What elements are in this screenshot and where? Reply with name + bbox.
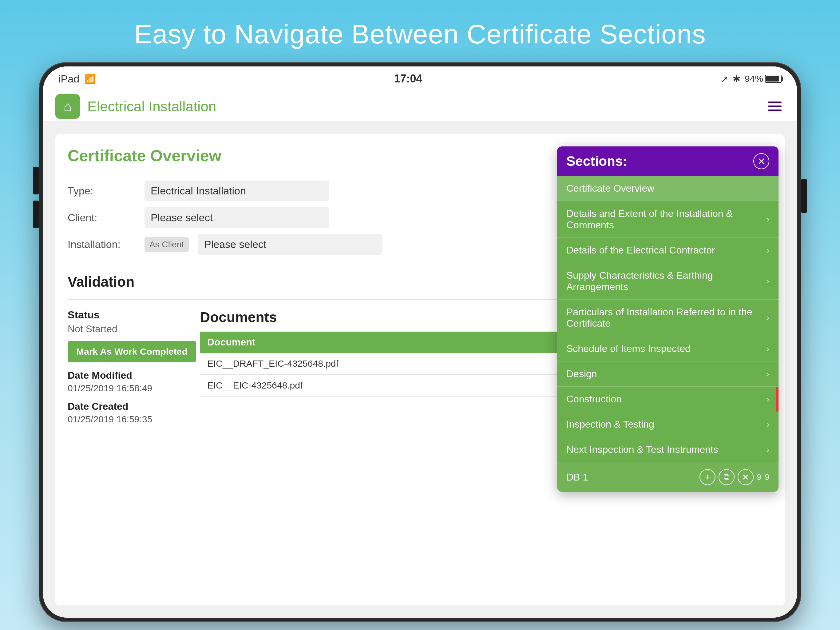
battery-container: 94% bbox=[745, 73, 782, 84]
sections-item-label: Particulars of Installation Referred to … bbox=[566, 306, 766, 329]
sections-item[interactable]: Next Inspection & Test Instruments› bbox=[557, 437, 778, 462]
sections-item-label: Details of the Electrical Contractor bbox=[566, 245, 715, 256]
power-button[interactable] bbox=[801, 179, 807, 213]
sections-panel: Sections: ✕ Certificate OverviewDetails … bbox=[557, 146, 778, 492]
date-modified-value: 01/25/2019 16:58:49 bbox=[68, 383, 185, 393]
home-button[interactable]: ⌂ bbox=[55, 94, 80, 119]
sections-item[interactable]: Design› bbox=[557, 361, 778, 387]
sections-item-label: Supply Characteristics & Earthing Arrang… bbox=[566, 270, 766, 293]
chevron-right-icon: › bbox=[766, 245, 769, 255]
db1-row[interactable]: DB 1 + ⧉ ✕ 9 9 bbox=[557, 462, 778, 492]
installation-value[interactable]: Please select bbox=[198, 234, 382, 255]
db1-label: DB 1 bbox=[566, 472, 588, 483]
chevron-right-icon: › bbox=[766, 344, 769, 354]
sections-list: Certificate OverviewDetails and Extent o… bbox=[557, 176, 778, 462]
sections-item[interactable]: Details of the Electrical Contractor› bbox=[557, 238, 778, 263]
chevron-right-icon: › bbox=[766, 394, 769, 404]
chevron-right-icon: › bbox=[766, 419, 769, 429]
sections-item[interactable]: Particulars of Installation Referred to … bbox=[557, 300, 778, 336]
sections-item[interactable]: Inspection & Testing› bbox=[557, 412, 778, 437]
date-created-label: Date Created bbox=[68, 401, 185, 412]
status-value: Not Started bbox=[68, 323, 185, 335]
status-time: 17:04 bbox=[394, 72, 422, 85]
hamburger-menu-button[interactable] bbox=[765, 98, 785, 114]
sections-item-label: Certificate Overview bbox=[566, 183, 654, 194]
sections-item-label: Construction bbox=[566, 393, 622, 405]
hamburger-line-3 bbox=[768, 109, 782, 111]
sections-item-label: Next Inspection & Test Instruments bbox=[566, 444, 718, 455]
sections-item[interactable]: Construction› bbox=[557, 387, 778, 412]
date-modified-label: Date Modified bbox=[68, 370, 185, 381]
as-client-badge: As Client bbox=[145, 237, 189, 252]
status-left: iPad 📶 bbox=[58, 73, 96, 85]
status-bar: iPad 📶 17:04 ↗ ✱ 94% bbox=[43, 66, 797, 91]
mark-completed-button[interactable]: Mark As Work Completed bbox=[68, 341, 196, 362]
sections-item-label: Inspection & Testing bbox=[566, 419, 654, 430]
sections-item[interactable]: Supply Characteristics & Earthing Arrang… bbox=[557, 263, 778, 300]
sections-item[interactable]: Details and Extent of the Installation &… bbox=[557, 201, 778, 238]
chevron-right-icon: › bbox=[766, 369, 769, 379]
page-title: Easy to Navigate Between Certificate Sec… bbox=[134, 19, 706, 50]
device-name: iPad bbox=[58, 73, 79, 85]
sections-item-label: Schedule of Items Inspected bbox=[566, 343, 691, 355]
db1-delete-button[interactable]: ✕ bbox=[737, 469, 753, 485]
battery-fill bbox=[766, 76, 779, 82]
sections-close-button[interactable]: ✕ bbox=[753, 153, 769, 169]
db1-actions: + ⧉ ✕ 9 9 bbox=[699, 469, 769, 485]
battery-bar bbox=[765, 75, 782, 83]
type-label: Type: bbox=[68, 185, 135, 197]
status-right: ↗ ✱ 94% bbox=[721, 73, 782, 84]
chevron-right-icon: › bbox=[766, 313, 769, 323]
sections-item[interactable]: Certificate Overview bbox=[557, 176, 778, 201]
ipad-screen: iPad 📶 17:04 ↗ ✱ 94% ⌂ Electrical Instal… bbox=[43, 66, 797, 618]
chevron-right-icon: › bbox=[766, 276, 769, 286]
ipad-frame: iPad 📶 17:04 ↗ ✱ 94% ⌂ Electrical Instal… bbox=[39, 62, 801, 622]
sections-item[interactable]: Schedule of Items Inspected› bbox=[557, 336, 778, 361]
db1-num2: 9 bbox=[764, 472, 769, 482]
client-label: Client: bbox=[68, 212, 135, 224]
battery-percent: 94% bbox=[745, 73, 763, 84]
sections-header: Sections: ✕ bbox=[557, 146, 778, 176]
certificate-title: Certificate Overview bbox=[68, 146, 221, 165]
chevron-right-icon: › bbox=[766, 214, 769, 224]
sections-header-title: Sections: bbox=[566, 154, 627, 169]
hamburger-line-1 bbox=[768, 101, 782, 103]
type-value: Electrical Installation bbox=[145, 180, 329, 201]
certificate-panel: Certificate Overview Certificate Type: E… bbox=[55, 134, 785, 605]
db1-add-button[interactable]: + bbox=[699, 469, 715, 485]
client-value[interactable]: Please select bbox=[145, 207, 329, 228]
main-content: Certificate Overview Certificate Type: E… bbox=[43, 122, 797, 618]
sections-item-label: Details and Extent of the Installation &… bbox=[566, 208, 766, 231]
volume-down-button[interactable] bbox=[33, 201, 39, 228]
volume-up-button[interactable] bbox=[33, 167, 39, 195]
chevron-right-icon: › bbox=[766, 445, 769, 455]
nav-bar: ⌂ Electrical Installation bbox=[43, 91, 797, 122]
status-section: Status Not Started Mark As Work Complete… bbox=[68, 309, 185, 424]
db1-num1: 9 bbox=[757, 472, 762, 482]
date-created-value: 01/25/2019 16:59:35 bbox=[68, 414, 185, 424]
location-icon: ↗ bbox=[721, 73, 728, 84]
bluetooth-icon: ✱ bbox=[733, 73, 741, 84]
nav-title: Electrical Installation bbox=[87, 98, 758, 115]
wifi-icon: 📶 bbox=[84, 73, 96, 84]
installation-label: Installation: bbox=[68, 238, 135, 250]
db1-copy-button[interactable]: ⧉ bbox=[718, 469, 734, 485]
hamburger-line-2 bbox=[768, 106, 782, 107]
red-status-bar bbox=[776, 387, 778, 412]
status-label: Status bbox=[68, 309, 185, 321]
sections-item-label: Design bbox=[566, 368, 597, 380]
